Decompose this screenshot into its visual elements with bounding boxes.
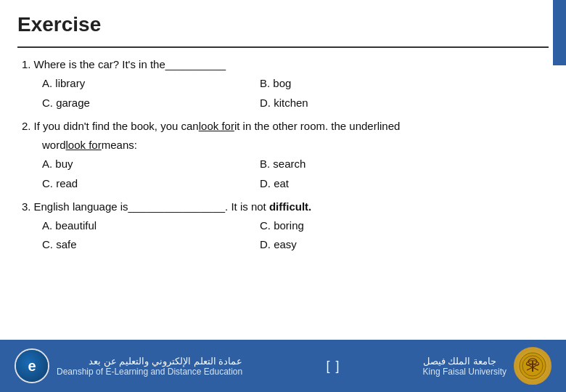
q2-number: 2. xyxy=(22,117,31,136)
q1-text: Where is the car? It's in the__________ xyxy=(34,55,226,74)
footer-english-org: Deanship of E-Learning and Distance Educ… xyxy=(57,367,242,377)
q2-option-c: C. read xyxy=(42,174,260,193)
q2-option-b: B. search xyxy=(260,155,477,173)
footer-univ-text: جامعة الملك فيصل King Faisal University xyxy=(423,356,506,377)
elearning-logo: e xyxy=(15,348,49,383)
q2-text-before: If you didn't find the book, you can xyxy=(34,117,199,136)
question-1-line: 1. Where is the car? It's in the________… xyxy=(22,55,544,74)
q1-option-d: D. kitchen xyxy=(260,94,477,113)
q1-option-a: A. library xyxy=(42,74,260,93)
footer-right: جامعة الملك فيصل King Faisal University xyxy=(423,347,551,385)
question-2: 2. If you didn't find the book, you can … xyxy=(22,117,544,193)
q3-text: English language is________________. It … xyxy=(34,197,312,216)
q3-option-a: A. beautiful xyxy=(42,216,260,235)
bracket-left: [ xyxy=(326,359,329,374)
bracket-right: ] xyxy=(335,359,339,374)
q3-option-c-boring: C. boring xyxy=(260,216,477,235)
q3-bold: difficult. xyxy=(269,200,311,213)
q2-option-a: A. buy xyxy=(42,155,260,173)
question-2-line: 2. If you didn't find the book, you can … xyxy=(22,117,544,136)
university-emblem xyxy=(514,347,551,385)
q2-text-after: it in the other room. the underlined xyxy=(234,117,400,136)
emblem-inner xyxy=(515,348,550,383)
question-2-line2: word look for means: xyxy=(42,136,544,155)
q1-options-row2: C. garage D. kitchen xyxy=(42,94,544,113)
footer-left: e عمادة التعلم الإلكتروني والتعليم عن بع… xyxy=(15,348,242,383)
title-section: Exercise xyxy=(0,0,566,42)
footer-english-univ: King Faisal University xyxy=(423,367,506,377)
question-3: 3. English language is________________. … xyxy=(22,197,544,255)
q1-options: A. library B. bog xyxy=(42,74,544,93)
content-section: 1. Where is the car? It's in the________… xyxy=(0,48,566,266)
q2-line2-after: means: xyxy=(102,136,137,155)
emblem-svg xyxy=(518,351,547,380)
page-title: Exercise xyxy=(17,13,549,36)
q1-option-c: C. garage xyxy=(42,94,260,113)
footer-arabic-univ: جامعة الملك فيصل xyxy=(423,356,506,367)
q3-number: 3. xyxy=(22,197,31,216)
q2-options-row2: C. read D. eat xyxy=(42,174,544,193)
q2-options: A. buy B. search xyxy=(42,155,544,173)
q2-line2-before: word xyxy=(42,136,66,155)
logo-letter: e xyxy=(28,358,36,375)
question-1: 1. Where is the car? It's in the________… xyxy=(22,55,544,113)
q2-option-d: D. eat xyxy=(260,174,477,193)
page-container: Exercise 1. Where is the car? It's in th… xyxy=(0,0,566,392)
q1-number: 1. xyxy=(22,55,31,74)
q2-underlined: look for xyxy=(199,117,234,136)
q3-options: A. beautiful C. boring xyxy=(42,216,544,235)
logo-inner: e xyxy=(16,350,48,382)
footer-center: [ ] xyxy=(326,359,339,374)
q3-options-row2: C. safe D. easy xyxy=(42,235,544,254)
question-3-line: 3. English language is________________. … xyxy=(22,197,544,216)
q2-line2-underlined: look for xyxy=(66,136,102,155)
q3-option-d: D. easy xyxy=(260,235,477,254)
q1-option-b: B. bog xyxy=(260,74,477,93)
footer-org-text: عمادة التعلم الإلكتروني والتعليم عن بعد … xyxy=(57,356,242,377)
accent-bar xyxy=(553,0,566,65)
footer: e عمادة التعلم الإلكتروني والتعليم عن بع… xyxy=(0,340,566,392)
footer-arabic-org: عمادة التعلم الإلكتروني والتعليم عن بعد xyxy=(57,356,242,367)
q3-option-c-safe: C. safe xyxy=(42,235,260,254)
